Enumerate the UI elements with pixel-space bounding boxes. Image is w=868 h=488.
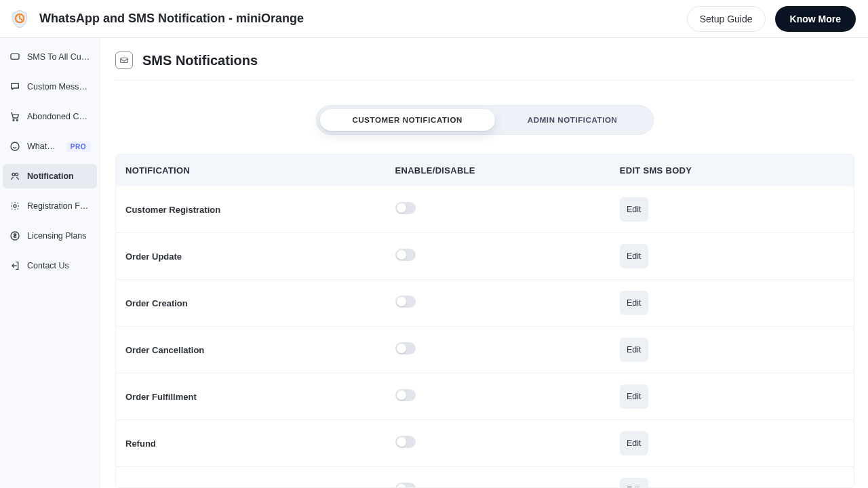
tabs: CUSTOMER NOTIFICATION ADMIN NOTIFICATION: [316, 105, 654, 135]
know-more-button[interactable]: Know More: [775, 6, 856, 32]
enable-toggle[interactable]: [395, 483, 416, 488]
sidebar-item-label: Contact Us: [27, 261, 90, 270]
enable-toggle[interactable]: [395, 389, 416, 401]
table-row: Order Cancellation Edit: [116, 326, 854, 373]
sidebar-item-label: WhatsApp: [27, 142, 60, 151]
app-title: WhatsApp and SMS Notification - miniOran…: [39, 12, 304, 26]
header-left: WhatsApp and SMS Notification - miniOran…: [9, 9, 304, 29]
notification-name: Order Update: [125, 251, 395, 262]
notification-table: NOTIFICATION ENABLE/DISABLE EDIT SMS BOD…: [115, 154, 854, 488]
enable-toggle[interactable]: [395, 249, 416, 261]
th-notification: NOTIFICATION: [125, 165, 395, 176]
tab-customer-notification[interactable]: CUSTOMER NOTIFICATION: [320, 109, 495, 131]
notification-name: Order Fulfillment: [125, 392, 395, 402]
th-edit-sms-body: EDIT SMS BODY: [620, 165, 844, 176]
sidebar-item-label: Licensing Plans: [27, 231, 90, 241]
tabs-wrap: CUSTOMER NOTIFICATION ADMIN NOTIFICATION: [115, 105, 854, 135]
table-row: Refund Edit: [116, 420, 854, 466]
sidebar-item-label: SMS To All Customers: [27, 52, 90, 62]
brand-logo: [9, 9, 30, 29]
tab-admin-notification[interactable]: ADMIN NOTIFICATION: [495, 109, 650, 131]
exit-icon: [9, 260, 20, 271]
table-header: NOTIFICATION ENABLE/DISABLE EDIT SMS BOD…: [116, 155, 854, 186]
table-row: Order Payment Edit: [116, 466, 854, 488]
edit-button[interactable]: Edit: [620, 291, 648, 315]
cart-icon: [9, 111, 20, 122]
enable-toggle[interactable]: [395, 342, 416, 354]
sidebar: SMS To All Customers Custom Messages Abo…: [0, 38, 100, 488]
whatsapp-icon: [9, 141, 20, 152]
sidebar-item-notification[interactable]: Notification: [3, 164, 97, 188]
sidebar-item-contact[interactable]: Contact Us: [3, 253, 97, 278]
sms-icon: [9, 52, 20, 62]
svg-rect-9: [121, 58, 128, 63]
sidebar-item-label: Abondoned Cart Noti…: [27, 112, 90, 121]
sidebar-item-custom-messages[interactable]: Custom Messages: [3, 75, 97, 99]
enable-toggle[interactable]: [395, 202, 416, 214]
sidebar-item-registration-form[interactable]: Registration Form Set…: [3, 194, 97, 218]
notification-name: Refund: [125, 439, 395, 449]
header-right: Setup Guide Know More: [687, 6, 856, 32]
svg-point-6: [16, 173, 18, 176]
table-row: Order Creation Edit: [116, 279, 854, 326]
th-enable-disable: ENABLE/DISABLE: [395, 165, 620, 176]
sidebar-item-licensing[interactable]: Licensing Plans: [3, 224, 97, 248]
svg-point-7: [14, 205, 16, 207]
sidebar-item-abandoned-cart[interactable]: Abondoned Cart Noti…: [3, 104, 97, 129]
page-title: SMS Notifications: [142, 53, 258, 68]
enable-toggle[interactable]: [395, 436, 416, 448]
svg-point-2: [13, 119, 14, 121]
notification-name: Order Creation: [125, 298, 395, 308]
svg-point-5: [12, 173, 15, 176]
notification-name: Order Payment: [125, 485, 395, 489]
app-header: WhatsApp and SMS Notification - miniOran…: [0, 0, 868, 38]
sidebar-item-whatsapp[interactable]: WhatsApp PRO: [3, 134, 97, 159]
sidebar-item-label: Custom Messages: [27, 82, 90, 92]
sidebar-item-label: Registration Form Set…: [27, 201, 90, 211]
page-title-row: SMS Notifications: [115, 52, 854, 81]
edit-button[interactable]: Edit: [620, 431, 648, 455]
gear-icon: [9, 201, 20, 211]
edit-button[interactable]: Edit: [620, 384, 648, 409]
table-row: Order Update Edit: [116, 232, 854, 279]
notification-name: Order Cancellation: [125, 345, 395, 355]
sidebar-item-label: Notification: [27, 171, 90, 181]
pro-badge: PRO: [66, 142, 90, 152]
notification-name: Customer Registration: [125, 205, 395, 215]
setup-guide-button[interactable]: Setup Guide: [687, 6, 766, 32]
main-content: SMS Notifications CUSTOMER NOTIFICATION …: [100, 38, 868, 488]
edit-button[interactable]: Edit: [620, 197, 648, 222]
bell-icon: [9, 171, 20, 182]
table-row: Customer Registration Edit: [116, 186, 854, 232]
svg-point-3: [16, 119, 18, 121]
sidebar-item-sms-all[interactable]: SMS To All Customers: [3, 45, 97, 69]
message-icon: [9, 81, 20, 92]
edit-button[interactable]: Edit: [620, 478, 648, 488]
svg-point-4: [11, 142, 19, 150]
edit-button[interactable]: Edit: [620, 338, 648, 362]
envelope-icon: [115, 52, 133, 69]
dollar-icon: [9, 230, 20, 241]
enable-toggle[interactable]: [395, 296, 416, 308]
edit-button[interactable]: Edit: [620, 244, 648, 268]
table-row: Order Fulfillment Edit: [116, 373, 854, 420]
